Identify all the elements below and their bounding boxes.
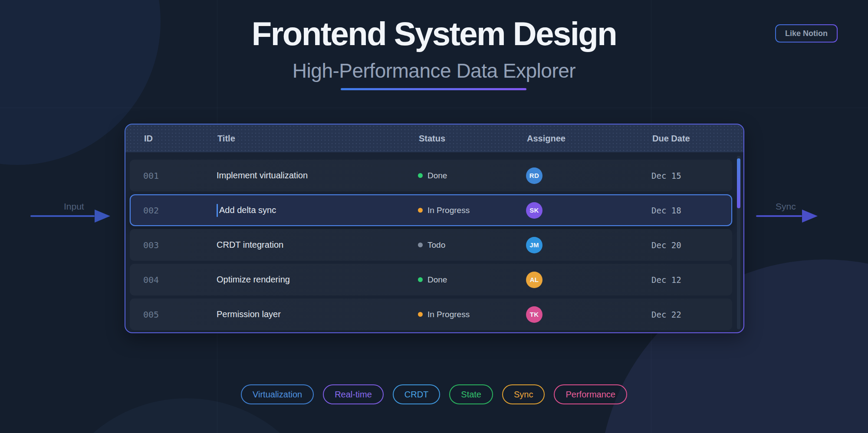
status-label: Todo bbox=[427, 240, 445, 250]
status-label: In Progress bbox=[427, 310, 470, 319]
table-row[interactable]: 003CRDT integrationTodoJMDec 20 bbox=[130, 229, 732, 261]
input-arrow-head-icon bbox=[95, 210, 110, 223]
row-title: Permission layer bbox=[217, 309, 418, 319]
tag-pill-sync[interactable]: Sync bbox=[502, 384, 545, 404]
status-dot-icon bbox=[418, 277, 423, 282]
row-title-text: Optimize rendering bbox=[217, 275, 290, 285]
row-assignee: AL bbox=[526, 272, 651, 288]
table-header-row: ID Title Status Assignee Due Date bbox=[125, 125, 743, 152]
avatar: SK bbox=[526, 202, 542, 219]
row-due-date: Dec 22 bbox=[651, 310, 732, 319]
row-assignee: JM bbox=[526, 237, 651, 253]
tag-pill-performance[interactable]: Performance bbox=[554, 384, 627, 404]
tag-pill-real-time[interactable]: Real-time bbox=[323, 384, 384, 404]
sync-arrow-head-icon bbox=[802, 210, 818, 223]
tag-pill-row: VirtualizationReal-timeCRDTStateSyncPerf… bbox=[0, 384, 868, 404]
row-title: Add delta sync bbox=[217, 204, 418, 217]
column-header-status: Status bbox=[419, 134, 527, 144]
row-due-date: Dec 15 bbox=[651, 171, 732, 180]
table-body: 001Implement virtualizationDoneRDDec 150… bbox=[125, 152, 743, 330]
table-row[interactable]: 001Implement virtualizationDoneRDDec 15 bbox=[130, 160, 732, 191]
row-due-date: Dec 12 bbox=[651, 275, 732, 285]
row-title: CRDT integration bbox=[217, 240, 418, 250]
row-id: 001 bbox=[143, 171, 217, 181]
row-id: 004 bbox=[143, 275, 217, 285]
input-flow-label: Input bbox=[64, 201, 84, 212]
row-title: Implement virtualization bbox=[217, 171, 418, 180]
page-subtitle: High-Performance Data Explorer bbox=[0, 61, 868, 81]
row-due-date: Dec 18 bbox=[651, 206, 731, 215]
text-caret bbox=[217, 204, 218, 217]
row-assignee: TK bbox=[526, 306, 651, 323]
row-id: 002 bbox=[143, 205, 217, 216]
avatar: TK bbox=[526, 306, 542, 323]
status-label: In Progress bbox=[427, 206, 470, 215]
data-table: ID Title Status Assignee Due Date 001Imp… bbox=[125, 125, 743, 332]
row-id: 003 bbox=[143, 240, 217, 250]
row-title-text: Add delta sync bbox=[219, 205, 276, 215]
status-dot-icon bbox=[418, 173, 423, 178]
page-title: Frontend System Design bbox=[0, 17, 868, 50]
like-notion-button-label: Like Notion bbox=[776, 25, 837, 42]
row-status: Done bbox=[418, 275, 526, 285]
tag-pill-virtualization[interactable]: Virtualization bbox=[241, 384, 314, 404]
row-due-date: Dec 20 bbox=[651, 240, 732, 250]
status-dot-icon bbox=[418, 243, 423, 247]
input-arrow-line bbox=[30, 215, 95, 217]
row-status: Todo bbox=[418, 240, 526, 250]
row-assignee: RD bbox=[526, 167, 651, 184]
tag-pill-state[interactable]: State bbox=[449, 384, 493, 404]
avatar: RD bbox=[526, 167, 542, 184]
column-header-assignee: Assignee bbox=[527, 134, 652, 144]
table-row[interactable]: 002Add delta syncIn ProgressSKDec 18 bbox=[130, 194, 732, 226]
row-title-text: Implement virtualization bbox=[217, 171, 308, 180]
row-title-text: Permission layer bbox=[217, 309, 281, 319]
row-title-text: CRDT integration bbox=[217, 240, 283, 250]
row-status: Done bbox=[418, 171, 526, 180]
column-header-due-date: Due Date bbox=[652, 134, 730, 144]
row-id: 005 bbox=[143, 309, 217, 320]
avatar: JM bbox=[526, 237, 542, 253]
tag-pill-crdt[interactable]: CRDT bbox=[393, 384, 441, 404]
row-status: In Progress bbox=[418, 206, 526, 215]
background-grid-line bbox=[0, 108, 868, 108]
title-underline bbox=[341, 88, 526, 90]
column-header-id: ID bbox=[144, 134, 217, 144]
table-row[interactable]: 004Optimize renderingDoneALDec 12 bbox=[130, 264, 732, 295]
status-label: Done bbox=[427, 275, 447, 285]
sync-arrow-line bbox=[756, 215, 802, 217]
column-header-title: Title bbox=[217, 134, 419, 144]
status-dot-icon bbox=[418, 312, 423, 317]
sync-flow-label: Sync bbox=[776, 201, 796, 212]
data-table-panel: ID Title Status Assignee Due Date 001Imp… bbox=[125, 124, 744, 333]
row-title: Optimize rendering bbox=[217, 275, 418, 285]
status-dot-icon bbox=[418, 208, 423, 213]
row-assignee: SK bbox=[526, 202, 651, 219]
table-scrollbar-thumb[interactable] bbox=[737, 158, 740, 208]
table-row[interactable]: 005Permission layerIn ProgressTKDec 22 bbox=[130, 299, 732, 330]
status-label: Done bbox=[427, 171, 447, 180]
row-status: In Progress bbox=[418, 310, 526, 319]
like-notion-button[interactable]: Like Notion bbox=[775, 24, 838, 43]
avatar: AL bbox=[526, 272, 542, 288]
